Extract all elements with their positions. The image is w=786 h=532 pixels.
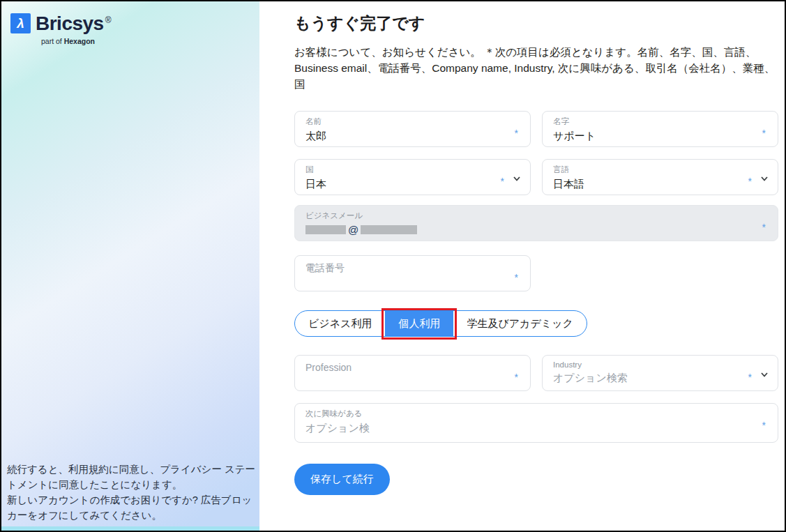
interested-in-field[interactable]: 次に興味がある オプション検 * [294,403,778,443]
page-title: もうすぐ完了です [294,13,785,34]
brand-name: Bricsys® [36,14,111,33]
business-email-value: @ [305,224,754,236]
required-asterisk: * [515,272,518,283]
country-select[interactable]: 国 日本 * [294,159,531,195]
phone-placeholder: 電話番号 [305,262,506,275]
chevron-down-icon [513,174,521,183]
language-label: 言語 [553,165,754,175]
phone-field[interactable]: 電話番号 * [294,255,531,291]
required-asterisk: * [748,176,752,187]
required-asterisk: * [762,128,766,139]
required-asterisk: * [501,176,504,187]
industry-label: Industry [553,360,754,369]
tab-personal-use-label: 個人利用 [398,317,440,330]
brand-tagline: part of Hexagon [41,37,111,45]
required-asterisk: * [762,420,766,431]
required-asterisk: * [515,128,518,139]
required-asterisk: * [748,372,752,383]
industry-value: オプション検索 [553,372,754,385]
tab-student-academic[interactable]: 学生及びアカデミック [453,311,586,336]
business-email-label: ビジネスメール [305,211,754,221]
chevron-down-icon [760,174,769,183]
bricsys-logo-icon: λ [10,13,31,33]
profession-placeholder: Profession [305,362,506,373]
brand-logo: λ Bricsys® part of Hexagon [10,13,111,45]
registration-form: 名前 太郎 * 名字 サポート * 国 日本 * [294,111,778,495]
sidebar: λ Bricsys® part of Hexagon 続行すると、利用規約に同意… [1,1,259,531]
interested-in-value: オプション検 [305,422,754,435]
redacted-email-domain [361,225,417,234]
required-asterisk: * [762,222,766,233]
first-name-label: 名前 [305,116,506,127]
profession-field[interactable]: Profession * [294,355,531,391]
last-name-value: サポート [553,130,754,143]
tab-business-use[interactable]: ビジネス利用 [295,311,385,336]
required-asterisk: * [515,372,518,383]
interested-in-label: 次に興味がある [305,409,754,419]
page-subtitle: お客様について、お知らせください。 ＊次の項目は必須となります。名前、名字、国、… [294,44,783,92]
last-name-field[interactable]: 名字 サポート * [542,111,778,147]
legal-text: 続行すると、利用規約に同意し、プライバシー ステートメントに同意したことになりま… [7,462,257,523]
country-label: 国 [305,165,506,175]
save-and-continue-button[interactable]: 保存して続行 [294,464,390,495]
main-content: もうすぐ完了です お客様について、お知らせください。 ＊次の項目は必須となります… [259,1,785,531]
language-value: 日本語 [553,178,754,191]
at-sign: @ [348,224,358,236]
registered-mark: ® [105,15,111,25]
page: λ Bricsys® part of Hexagon 続行すると、利用規約に同意… [0,0,786,532]
business-email-field: ビジネスメール @ * [294,205,778,241]
first-name-field[interactable]: 名前 太郎 * [294,111,531,147]
usage-type-segmented-control: ビジネス利用 個人利用 学生及びアカデミック [294,310,587,337]
first-name-value: 太郎 [305,130,506,143]
chevron-down-icon [760,370,769,379]
last-name-label: 名字 [553,116,754,127]
terms-privacy-line: 続行すると、利用規約に同意し、プライバシー ステートメントに同意したことになりま… [7,462,257,492]
industry-select[interactable]: Industry オプション検索 * [542,355,778,391]
redacted-email-local [305,225,346,234]
sidebar-bottom-strip [1,526,259,531]
tab-personal-use[interactable]: 個人利用 [385,311,453,336]
country-value: 日本 [305,178,506,191]
language-select[interactable]: 言語 日本語 * [542,159,778,195]
adblocker-hint-line: 新しいアカウントの作成でお困りですか? 広告ブロッカーをオフにしてみてください。 [7,492,257,523]
